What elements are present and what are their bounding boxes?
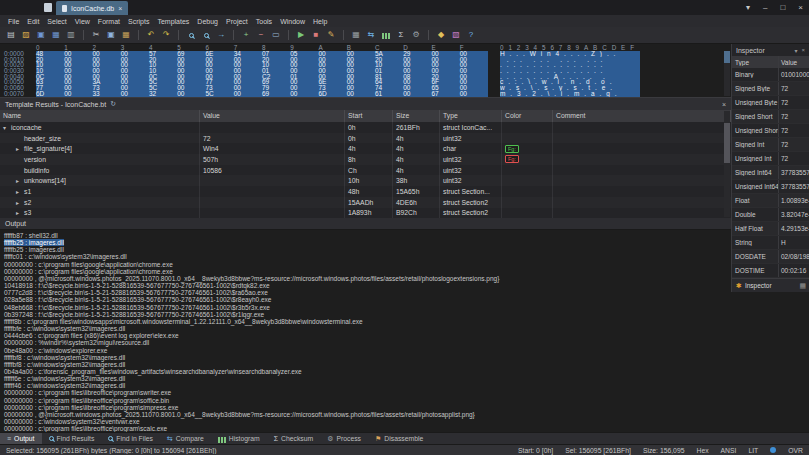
inspector-row[interactable]: Unsigned Int72 (732, 152, 809, 166)
stop-template-icon[interactable]: ■ (310, 29, 322, 41)
template-results-close-icon[interactable]: × (722, 101, 726, 108)
calculator-icon[interactable]: ▦ (350, 29, 362, 41)
expand-icon[interactable]: ▸ (16, 145, 24, 152)
output-line[interactable]: 10418918 : f:\c\$recycle.bin\s-1-5-21-52… (4, 282, 809, 289)
template-row-file_signature4[interactable]: ▸file_signature[4]Win44h4hcharFg: (0, 143, 731, 154)
output-log[interactable]: fffffb87 : shell32.dllfffffb25 : imagere… (0, 230, 809, 432)
menu-help[interactable]: Help (309, 18, 331, 25)
template-row-header_size[interactable]: header_size720h4huint32 (0, 133, 731, 144)
inspector-value[interactable]: 72 (778, 82, 809, 95)
help-icon[interactable]: ? (465, 29, 477, 41)
redo-icon[interactable]: ↷ (160, 29, 172, 41)
menu-scripts[interactable]: Scripts (124, 18, 153, 25)
column-header-value[interactable]: Value (200, 110, 345, 122)
menu-file[interactable]: File (4, 18, 23, 25)
column-header-size[interactable]: Size (393, 110, 440, 122)
output-line[interactable]: 00000000 : %windir%\system32\migui\resou… (4, 339, 809, 346)
column-header-name[interactable]: Name (0, 110, 200, 122)
inspector-value[interactable]: 72 (778, 124, 809, 137)
output-line[interactable]: 0777c2d8 : f:\c\$recycle.bin\s-1-5-21-52… (4, 289, 809, 296)
output-line[interactable]: fffffbfe : c:\windows\system32\imageres.… (4, 325, 809, 332)
column-header-color[interactable]: Color (502, 110, 553, 122)
panel-tab-histogram[interactable]: Histogram (211, 433, 267, 445)
inspector-row[interactable]: Half Float4.29153e-06 (732, 222, 809, 236)
template-row-version[interactable]: version507h8h4huint32Fg: (0, 154, 731, 165)
save-all-icon[interactable]: ▦ (50, 29, 62, 41)
inspector-value[interactable]: 3778355790249066568 (778, 180, 809, 193)
inspector-value[interactable]: 3.82047e-57 (778, 208, 809, 221)
output-line[interactable]: 028a5e88 : f:\c\$recycle.bin\s-1-5-21-52… (4, 296, 809, 303)
close-button[interactable]: × (798, 3, 803, 12)
histogram-icon[interactable] (380, 29, 392, 41)
output-line[interactable]: 0444cbe6 : c:\program files (x86)\event … (4, 332, 809, 339)
refresh-icon[interactable]: ↻ (110, 100, 116, 108)
menu-select[interactable]: Select (43, 18, 70, 25)
inspector-value[interactable]: 72 (778, 110, 809, 123)
bookmark-icon[interactable]: ◆ (435, 29, 447, 41)
menu-project[interactable]: Project (222, 18, 252, 25)
hex-rows[interactable]: 0:00004800000057696E34070500005A290000H.… (0, 51, 731, 97)
inspector-row[interactable]: Float1.00893e-43 (732, 194, 809, 208)
inspector-value[interactable]: 72 (778, 152, 809, 165)
output-line[interactable]: 00000000 : c:\program files\google\appli… (4, 268, 809, 275)
goto-icon[interactable]: → (215, 29, 227, 41)
color-swatch[interactable]: Fg: (505, 145, 519, 153)
output-line[interactable]: 00000000 , @{microsoft.windows.photos_20… (4, 275, 809, 282)
color-picker-icon[interactable]: ▧ (450, 29, 462, 41)
inspector-value[interactable]: 72 (778, 96, 809, 109)
inspector-value[interactable]: 72 (778, 138, 809, 151)
inspector-value[interactable]: 01001000 (778, 68, 809, 81)
menu-window[interactable]: Window (276, 18, 309, 25)
output-line[interactable]: fffffb25 : imageres.dll (4, 246, 809, 253)
save-icon[interactable]: ▣ (35, 29, 47, 41)
template-row-s1[interactable]: ▸s148h15A65hstruct Section... (0, 186, 731, 197)
inspector-row[interactable]: Double3.82047e-57 (732, 208, 809, 222)
inspector-row[interactable]: Signed Int643778355790249066568 (732, 166, 809, 180)
template-row-unknowns14[interactable]: ▸unknowns[14]10h38huint32 (0, 175, 731, 186)
output-line[interactable]: 0b397248 : f:\c\$recycle.bin\s-1-5-21-52… (4, 311, 809, 318)
template-row-s3[interactable]: ▸s31A893hB92Chstruct Section2 (0, 208, 731, 219)
menu-edit[interactable]: Edit (23, 18, 43, 25)
run-template-icon[interactable]: ▶ (295, 29, 307, 41)
tab-close-icon[interactable]: × (118, 5, 122, 12)
compare-icon[interactable]: ⇆ (365, 29, 377, 41)
output-line[interactable]: fffffb25 : imageres.dll (4, 239, 809, 246)
delete-bytes-icon[interactable]: − (255, 29, 267, 41)
output-line[interactable]: ffffff46 : c:\windows\system32\imageres.… (4, 382, 809, 389)
tools-icon[interactable]: ⚙ (410, 29, 422, 41)
checksum-icon[interactable]: Σ (395, 29, 407, 41)
panel-tab-find-results[interactable]: Find Results (42, 433, 102, 445)
expand-icon[interactable]: ▸ (16, 209, 24, 216)
panel-tab-process[interactable]: ⚙Process (320, 433, 368, 445)
print-icon[interactable]: ▥ (65, 29, 77, 41)
output-line[interactable]: 00000000 , @{microsoft.windows.photos_20… (4, 411, 809, 418)
undo-icon[interactable]: ↶ (145, 29, 157, 41)
output-line[interactable]: 00000000 : c:\program files\google\appli… (4, 261, 809, 268)
template-results-scrollbar-thumb[interactable] (724, 123, 730, 163)
inspector-row[interactable]: StringH (732, 236, 809, 250)
output-line[interactable]: 00000000 : c:\program files\libreoffice\… (4, 404, 809, 411)
output-line[interactable]: 00000000 : c:\program files\libreoffice\… (4, 397, 809, 404)
inspector-row[interactable]: DOSDATE02/08/1980 (732, 250, 809, 264)
output-line[interactable]: 0b4a4a00 : c:\forensic_program_files\win… (4, 368, 809, 375)
inspector-value[interactable]: 00:02:16 (778, 264, 809, 277)
open-file-icon[interactable]: ▨ (20, 29, 32, 41)
inspector-value[interactable]: 1.00893e-43 (778, 194, 809, 207)
column-header-type[interactable]: Type (440, 110, 502, 122)
maximize-button[interactable]: □ (780, 3, 785, 12)
panel-tab-disassemble[interactable]: ⚑Disassemble (368, 433, 430, 445)
paste-icon[interactable]: ▦ (120, 29, 132, 41)
template-row-iconcache[interactable]: ▾iconcache0h261BFhstruct IconCac... (0, 122, 731, 133)
inspector-row[interactable]: Unsigned Byte72 (732, 96, 809, 110)
output-line[interactable]: fffffc01 : c:\windows\system32\imageres.… (4, 253, 809, 260)
output-line[interactable]: ffffff6e : c:\windows\system32\imageres.… (4, 375, 809, 382)
panel-tab-find-in-files[interactable]: Find in Files (101, 433, 160, 445)
column-header-comment[interactable]: Comment (553, 110, 731, 122)
output-line[interactable]: 048eb668 : f:\c\$recycle.bin\s-1-5-21-52… (4, 304, 809, 311)
panels-icon[interactable]: ▦ (799, 282, 806, 290)
inspector-row[interactable]: Unsigned Int643778355790249066568 (732, 180, 809, 194)
menu-templates[interactable]: Templates (153, 18, 193, 25)
output-line[interactable]: fffffbf8 : c:\windows\system32\imageres.… (4, 361, 809, 368)
menu-view[interactable]: View (71, 18, 94, 25)
toolbar-overflow-icon[interactable]: ▾ (746, 3, 750, 12)
